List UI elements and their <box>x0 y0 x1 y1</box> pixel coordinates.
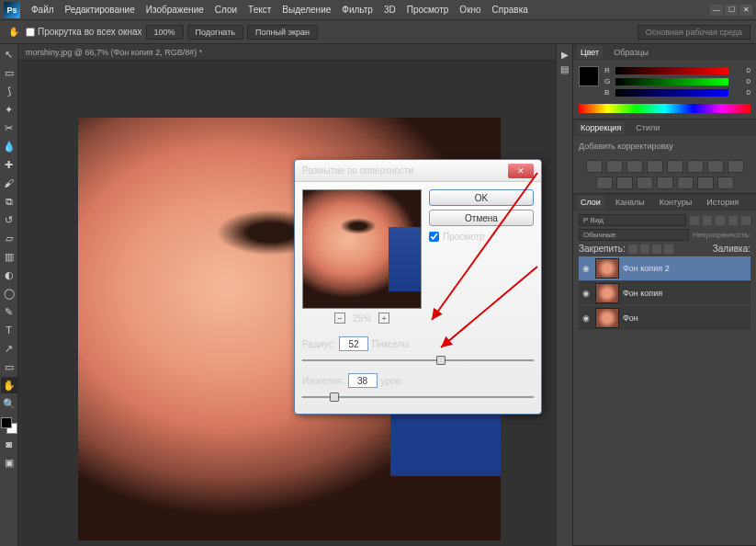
lookup-icon[interactable] <box>616 176 633 189</box>
lock-transparency-icon[interactable] <box>628 245 638 254</box>
stamp-tool[interactable]: ⧉ <box>1 193 17 210</box>
tab-layers[interactable]: Слои <box>577 196 604 209</box>
dodge-tool[interactable]: ◯ <box>1 285 17 301</box>
wand-tool[interactable]: ✦ <box>1 101 17 118</box>
tab-history[interactable]: История <box>703 196 742 209</box>
crop-tool[interactable]: ✂ <box>1 119 17 136</box>
eyedropper-tool[interactable]: 💧 <box>1 138 17 154</box>
brush-tool[interactable]: 🖌 <box>1 175 17 191</box>
eraser-tool[interactable]: ▱ <box>1 230 17 246</box>
vibrance-icon[interactable] <box>667 160 683 173</box>
visibility-icon[interactable]: ◉ <box>581 288 592 299</box>
pen-tool[interactable]: ✎ <box>1 303 17 320</box>
path-tool[interactable]: ↗ <box>1 340 17 357</box>
radius-input[interactable] <box>339 336 368 351</box>
minimize-button[interactable]: — <box>710 5 723 16</box>
menu-filter[interactable]: Фильтр <box>336 5 378 15</box>
threshold-icon[interactable] <box>677 176 694 189</box>
fullscreen-button[interactable]: Полный экран <box>247 25 318 40</box>
blur-tool[interactable]: ◐ <box>1 267 17 283</box>
selective-icon[interactable] <box>717 176 734 189</box>
menu-layer[interactable]: Слои <box>209 5 243 15</box>
menu-3d[interactable]: 3D <box>378 5 401 15</box>
fit-button[interactable]: Подогнать <box>187 25 243 40</box>
levels-icon[interactable] <box>606 160 623 173</box>
filter-adj-icon[interactable] <box>703 216 712 225</box>
tab-paths[interactable]: Контуры <box>656 196 695 209</box>
shape-tool[interactable]: ▭ <box>1 358 17 375</box>
mixer-icon[interactable] <box>596 176 613 189</box>
lasso-tool[interactable]: ⟆ <box>1 83 17 99</box>
heal-tool[interactable]: ✚ <box>1 156 17 173</box>
layer-kind-filter[interactable]: Р Вид <box>579 214 686 226</box>
gradient-map-icon[interactable] <box>697 176 714 189</box>
exposure-icon[interactable] <box>647 160 663 173</box>
zoom-out-button[interactable]: − <box>334 313 345 324</box>
photo-filter-icon[interactable] <box>728 160 744 173</box>
layer-row[interactable]: ◉ Фон копия 2 <box>579 256 750 280</box>
blend-mode-select[interactable]: Обычные <box>579 229 689 241</box>
menu-text[interactable]: Текст <box>243 5 276 15</box>
tab-channels[interactable]: Каналы <box>612 196 649 209</box>
ok-button[interactable]: OK <box>429 189 534 206</box>
filter-shape-icon[interactable] <box>728 216 738 225</box>
cancel-button[interactable]: Отмена <box>429 210 534 226</box>
dialog-close-button[interactable]: ✕ <box>508 164 534 178</box>
color-chips[interactable] <box>1 417 17 434</box>
lock-all-icon[interactable] <box>664 245 673 254</box>
tab-adjustments[interactable]: Коррекция <box>577 121 625 134</box>
filter-text-icon[interactable] <box>716 216 725 225</box>
brightness-icon[interactable] <box>586 160 603 173</box>
workspace-selector[interactable]: Основная рабочая среда <box>638 25 750 40</box>
lock-pixels-icon[interactable] <box>640 245 649 254</box>
menu-edit[interactable]: Редактирование <box>60 5 141 15</box>
preview-checkbox[interactable]: Просмотр <box>429 232 534 242</box>
hue-icon[interactable] <box>687 160 704 173</box>
marquee-tool[interactable]: ▭ <box>1 64 17 81</box>
dialog-titlebar[interactable]: Размытие по поверхности ✕ <box>295 160 541 182</box>
dialog-preview[interactable] <box>302 189 422 309</box>
tab-styles[interactable]: Стили <box>632 121 663 134</box>
threshold-input[interactable] <box>348 373 378 388</box>
scroll-all-checkbox[interactable]: Прокрутка во всех окнах <box>26 27 142 37</box>
maximize-button[interactable]: ☐ <box>725 5 738 16</box>
posterize-icon[interactable] <box>657 176 673 189</box>
filter-smart-icon[interactable] <box>741 216 750 225</box>
zoom-tool[interactable]: 🔍 <box>1 395 17 412</box>
menu-help[interactable]: Справка <box>487 5 534 15</box>
r-slider[interactable] <box>615 67 728 74</box>
tab-color[interactable]: Цвет <box>577 46 603 59</box>
b-slider[interactable] <box>615 89 728 97</box>
curves-icon[interactable] <box>626 160 643 173</box>
move-tool[interactable]: ↖ <box>1 46 17 63</box>
zoom-100-button[interactable]: 100% <box>146 25 184 40</box>
filter-pixel-icon[interactable] <box>690 216 699 225</box>
lock-position-icon[interactable] <box>652 245 661 254</box>
radius-slider[interactable] <box>302 353 534 368</box>
invert-icon[interactable] <box>637 176 653 189</box>
layer-row[interactable]: ◉ Фон копия <box>579 281 750 305</box>
menu-file[interactable]: Файл <box>26 5 60 15</box>
foreground-swatch[interactable] <box>579 66 599 86</box>
quickmask-tool[interactable]: ◙ <box>1 436 17 452</box>
panel-icon[interactable]: ▤ <box>559 63 571 75</box>
bw-icon[interactable] <box>707 160 724 173</box>
menu-select[interactable]: Выделение <box>276 5 336 15</box>
menu-window[interactable]: Окно <box>454 5 486 15</box>
text-tool[interactable]: T <box>1 322 17 338</box>
layer-row[interactable]: ◉ Фон <box>579 306 750 330</box>
menu-image[interactable]: Изображение <box>141 5 209 15</box>
screenmode-tool[interactable]: ▣ <box>1 454 17 471</box>
visibility-icon[interactable]: ◉ <box>581 263 592 274</box>
play-icon[interactable]: ▶ <box>559 48 571 61</box>
tab-swatches[interactable]: Образцы <box>610 46 652 59</box>
document-tab[interactable]: morshiny.jpg @ 66,7% (Фон копия 2, RGB/8… <box>18 44 556 61</box>
close-button[interactable]: ✕ <box>739 5 752 16</box>
threshold-slider[interactable] <box>302 390 534 404</box>
g-slider[interactable] <box>615 78 728 85</box>
menu-view[interactable]: Просмотр <box>401 5 455 15</box>
hand-tool[interactable]: ✋ <box>1 377 17 393</box>
gradient-tool[interactable]: ▥ <box>1 248 17 265</box>
visibility-icon[interactable]: ◉ <box>581 313 592 324</box>
zoom-in-button[interactable]: + <box>378 313 389 324</box>
